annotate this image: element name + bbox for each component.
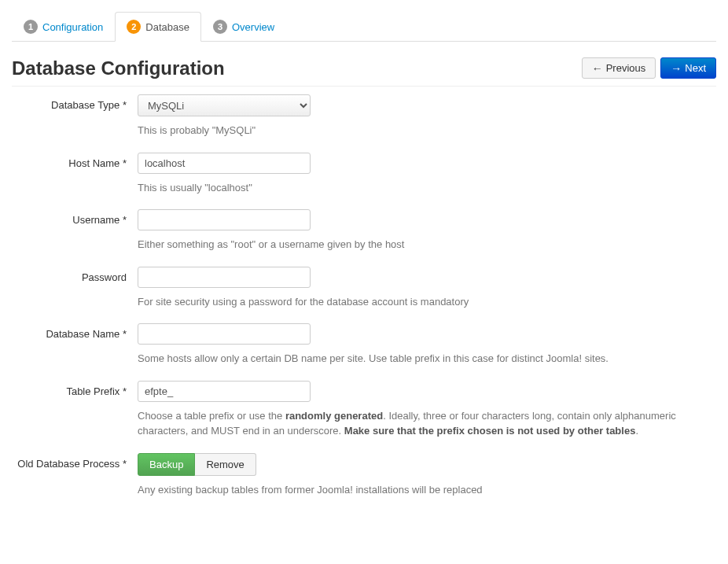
label-dbname: Database Name * bbox=[12, 323, 138, 340]
tab-label-1: Configuration bbox=[42, 21, 103, 33]
arrow-right-icon: → bbox=[671, 63, 682, 74]
tab-label-3: Overview bbox=[232, 21, 274, 33]
help-hostname: This is usually "localhost" bbox=[138, 180, 716, 196]
previous-button[interactable]: ← Previous bbox=[582, 57, 656, 79]
input-password[interactable] bbox=[138, 267, 311, 288]
row-password: Password For site security using a passw… bbox=[12, 267, 716, 310]
help-dbtype: This is probably "MySQLi" bbox=[138, 123, 716, 138]
label-username: Username * bbox=[12, 209, 138, 226]
help-olddb: Any existing backup tables from former J… bbox=[138, 482, 716, 498]
label-password: Password bbox=[12, 267, 138, 283]
label-olddb: Old Database Process * bbox=[12, 453, 138, 470]
row-dbname: Database Name * Some hosts allow only a … bbox=[12, 323, 716, 367]
tab-badge-1: 1 bbox=[24, 20, 38, 34]
tab-label-2: Database bbox=[145, 21, 189, 33]
arrow-left-icon: ← bbox=[592, 63, 603, 74]
page-title: Database Configuration bbox=[12, 57, 225, 79]
label-prefix: Table Prefix * bbox=[12, 381, 138, 397]
control-olddb: Backup Remove Any existing backup tables… bbox=[138, 453, 716, 498]
control-prefix: Choose a table prefix or use the randoml… bbox=[138, 381, 716, 439]
row-username: Username * Either something as "root" or… bbox=[12, 209, 716, 253]
help-dbname: Some hosts allow only a certain DB name … bbox=[138, 351, 716, 367]
tab-configuration[interactable]: 1 Configuration bbox=[12, 12, 115, 42]
row-dbtype: Database Type * MySQLi This is probably … bbox=[12, 94, 716, 138]
header-row: Database Configuration ← Previous → Next bbox=[12, 57, 716, 87]
select-dbtype[interactable]: MySQLi bbox=[138, 94, 311, 116]
help-prefix: Choose a table prefix or use the randoml… bbox=[138, 408, 716, 439]
remove-button[interactable]: Remove bbox=[195, 453, 256, 476]
row-prefix: Table Prefix * Choose a table prefix or … bbox=[12, 381, 716, 439]
label-hostname: Host Name * bbox=[12, 153, 138, 169]
tab-overview[interactable]: 3 Overview bbox=[201, 12, 286, 42]
help-password: For site security using a password for t… bbox=[138, 294, 716, 310]
tab-badge-2: 2 bbox=[127, 20, 141, 34]
input-prefix[interactable] bbox=[138, 381, 311, 402]
control-dbtype: MySQLi This is probably "MySQLi" bbox=[138, 94, 716, 138]
step-tabs: 1 Configuration 2 Database 3 Overview bbox=[12, 12, 716, 42]
olddb-toggle: Backup Remove bbox=[138, 453, 256, 476]
row-olddb: Old Database Process * Backup Remove Any… bbox=[12, 453, 716, 498]
input-username[interactable] bbox=[138, 209, 311, 230]
input-hostname[interactable] bbox=[138, 153, 311, 174]
tab-database[interactable]: 2 Database bbox=[115, 12, 201, 42]
control-dbname: Some hosts allow only a certain DB name … bbox=[138, 323, 716, 367]
next-button[interactable]: → Next bbox=[660, 57, 716, 79]
row-hostname: Host Name * This is usually "localhost" bbox=[12, 153, 716, 196]
backup-button[interactable]: Backup bbox=[138, 453, 195, 476]
input-dbname[interactable] bbox=[138, 323, 311, 345]
control-password: For site security using a password for t… bbox=[138, 267, 716, 310]
help-username: Either something as "root" or a username… bbox=[138, 237, 716, 253]
control-hostname: This is usually "localhost" bbox=[138, 153, 716, 196]
tab-badge-3: 3 bbox=[213, 20, 227, 34]
label-dbtype: Database Type * bbox=[12, 94, 138, 111]
previous-label: Previous bbox=[606, 62, 646, 74]
next-label: Next bbox=[685, 62, 706, 74]
control-username: Either something as "root" or a username… bbox=[138, 209, 716, 253]
nav-buttons: ← Previous → Next bbox=[582, 57, 716, 79]
